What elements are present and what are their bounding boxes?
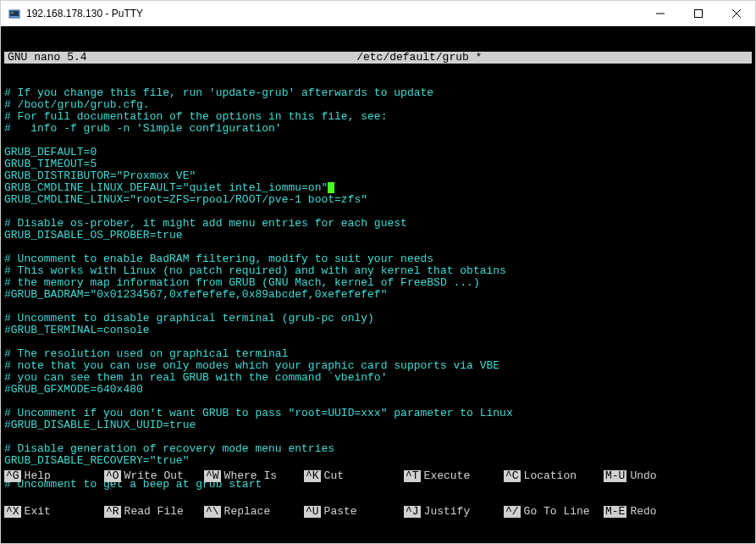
shortcut-key: ^X [4, 506, 21, 518]
file-line [4, 301, 752, 313]
file-line: # This works with Linux (no patch requir… [4, 265, 752, 277]
editor-filename: /etc/default/grub * [87, 52, 752, 64]
shortcut-item: ^\Replace [204, 506, 304, 518]
svg-rect-1 [10, 11, 19, 16]
file-line: # you can see them in real GRUB with the… [4, 372, 752, 384]
shortcut-item: M-UUndo [604, 470, 704, 482]
file-line [4, 241, 752, 253]
file-line: #GRUB_GFXMODE=640x480 [4, 384, 752, 396]
shortcut-key: ^T [404, 470, 421, 482]
shortcut-label: Write Out [124, 470, 184, 482]
shortcut-label: Replace [224, 506, 271, 518]
file-line: # The resolution used on graphical termi… [4, 348, 752, 360]
nano-statusbar: GNU nano 5.4 /etc/default/grub * [4, 52, 752, 64]
file-line: # note that you can use only modes which… [4, 360, 752, 372]
file-line [4, 336, 752, 348]
file-line: #GRUB_TERMINAL=console [4, 325, 752, 336]
shortcut-item: ^KCut [304, 470, 404, 482]
file-line: # For full documentation of the options … [4, 111, 752, 123]
file-line: # If you change this file, run 'update-g… [4, 87, 752, 99]
putty-window: 192.168.178.130 - PuTTY GNU nano 5.4 /et… [0, 0, 756, 544]
file-line: # /boot/grub/grub.cfg. [4, 99, 752, 111]
file-line [4, 431, 752, 443]
shortcut-item: M-ERedo [604, 506, 704, 518]
shortcut-item: ^/Go To Line [504, 506, 604, 518]
shortcut-key: M-E [604, 506, 626, 518]
svg-rect-4 [694, 9, 702, 17]
shortcut-key: ^R [104, 506, 121, 518]
shortcut-item: ^UPaste [304, 506, 404, 518]
file-line: # Uncomment to disable graphical termina… [4, 313, 752, 325]
shortcut-label: Cut [324, 470, 344, 482]
file-line: #GRUB_BADRAM="0x01234567,0xfefefefe,0x89… [4, 289, 752, 301]
shortcut-item: ^GHelp [4, 470, 104, 482]
window-titlebar[interactable]: 192.168.178.130 - PuTTY [1, 1, 755, 26]
file-line: GRUB_CMDLINE_LINUX_DEFAULT="quiet intel_… [4, 182, 752, 194]
file-line: GRUB_DEFAULT=0 [4, 147, 752, 158]
file-line [4, 396, 752, 408]
shortcut-label: Paste [324, 506, 357, 518]
terminal-area[interactable]: GNU nano 5.4 /etc/default/grub * # If yo… [1, 26, 755, 543]
close-button[interactable] [717, 1, 755, 25]
shortcut-item: ^TExecute [404, 470, 504, 482]
file-line: # Uncomment if you don't want GRUB to pa… [4, 408, 752, 419]
shortcut-item: ^OWrite Out [104, 470, 204, 482]
shortcut-key: ^K [304, 470, 321, 482]
shortcut-label: Help [25, 470, 51, 482]
shortcut-label: Execute [424, 470, 471, 482]
shortcut-row-2: ^XExit^RRead File^\Replace^UPaste^JJusti… [4, 506, 752, 518]
file-line [4, 206, 752, 218]
file-line [4, 135, 752, 147]
shortcut-label: Justify [424, 506, 471, 518]
shortcut-key: ^G [4, 470, 21, 482]
file-line: # Disable os-prober, it might add menu e… [4, 218, 752, 230]
shortcut-key: ^O [104, 470, 121, 482]
shortcut-key: ^W [204, 470, 221, 482]
shortcut-label: Read File [124, 506, 184, 518]
shortcut-label: Where Is [224, 470, 277, 482]
shortcut-key: ^U [304, 506, 321, 518]
nano-shortcuts: ^GHelp^OWrite Out^WWhere Is^KCut^TExecut… [4, 447, 752, 541]
file-line: GRUB_DISTRIBUTOR="Proxmox VE" [4, 170, 752, 182]
file-line: # Uncomment to enable BadRAM filtering, … [4, 253, 752, 265]
shortcut-label: Go To Line [524, 506, 590, 518]
shortcut-label: Redo [630, 506, 656, 518]
shortcut-key: M-U [604, 470, 626, 482]
shortcut-key: ^/ [504, 506, 521, 518]
window-title: 192.168.178.130 - PuTTY [26, 8, 641, 19]
shortcut-item: ^WWhere Is [204, 470, 304, 482]
shortcut-key: ^J [404, 506, 421, 518]
file-line: GRUB_DISABLE_OS_PROBER=true [4, 230, 752, 241]
shortcut-item: ^JJustify [404, 506, 504, 518]
file-content: # If you change this file, run 'update-g… [4, 87, 752, 491]
minimize-button[interactable] [641, 1, 679, 25]
shortcut-item: ^CLocation [504, 470, 604, 482]
window-controls [641, 1, 755, 25]
file-line: GRUB_TIMEOUT=5 [4, 158, 752, 170]
shortcut-label: Undo [630, 470, 656, 482]
file-line: # the memory map information from GRUB (… [4, 277, 752, 289]
cursor [328, 182, 334, 193]
file-line: #GRUB_DISABLE_LINUX_UUID=true [4, 419, 752, 431]
file-line: GRUB_CMDLINE_LINUX="root=ZFS=rpool/ROOT/… [4, 194, 752, 206]
shortcut-item: ^XExit [4, 506, 104, 518]
shortcut-row-1: ^GHelp^OWrite Out^WWhere Is^KCut^TExecut… [4, 470, 752, 482]
shortcut-key: ^C [504, 470, 521, 482]
editor-name: GNU nano 5.4 [4, 52, 87, 64]
shortcut-label: Location [524, 470, 577, 482]
shortcut-label: Exit [25, 506, 51, 518]
maximize-button[interactable] [679, 1, 717, 25]
putty-icon [8, 7, 21, 20]
shortcut-key: ^\ [204, 506, 221, 518]
shortcut-item: ^RRead File [104, 506, 204, 518]
file-line: # info -f grub -n 'Simple configuration' [4, 123, 752, 135]
